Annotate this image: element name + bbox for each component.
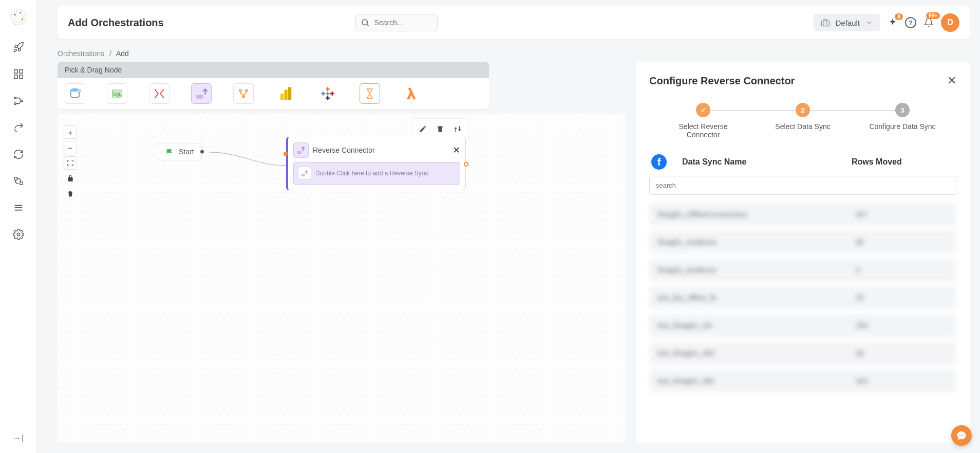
help-button[interactable]: ? xyxy=(905,17,916,28)
svg-point-22 xyxy=(78,89,81,92)
data-sync-row[interactable]: Reaghn_Audience3 xyxy=(649,259,956,281)
data-sync-search-input[interactable] xyxy=(649,176,956,195)
chat-button[interactable] xyxy=(951,425,972,446)
palette-node-sql[interactable]: SQL xyxy=(107,83,127,104)
nav-pipeline-icon[interactable] xyxy=(12,95,25,107)
sync-name: Reaghn_OfflineConversions xyxy=(657,210,856,219)
svg-text:SQL: SQL xyxy=(113,92,122,97)
header: Add Orchestrations Default 8 ? xyxy=(58,6,970,39)
sync-rows-moved: 80 xyxy=(856,238,948,246)
sync-rows-moved: 343 xyxy=(856,377,948,385)
sparkle-badge: 8 xyxy=(895,13,903,20)
lock-button[interactable] xyxy=(64,172,77,185)
palette-node-lambda[interactable] xyxy=(402,83,422,104)
app-logo[interactable] xyxy=(9,8,28,27)
notifications-button[interactable]: 99+ xyxy=(924,17,934,28)
palette-node-tableau[interactable] xyxy=(317,83,338,104)
breadcrumb: Orchestrations / Add xyxy=(58,49,970,58)
step-2-label: Select Data Sync xyxy=(775,122,830,131)
connector-close-button[interactable]: ✕ xyxy=(453,144,460,156)
step-1[interactable]: ✓ Select Reverse Connector xyxy=(665,103,742,139)
data-sync-row[interactable]: Reaghn_Audience80 xyxy=(649,231,956,253)
start-node[interactable]: Start xyxy=(158,143,202,160)
nav-orchestration-icon[interactable] xyxy=(12,175,25,187)
fit-view-button[interactable] xyxy=(64,156,77,170)
sync-name: test_Reaghn_ofn xyxy=(657,321,856,330)
delete-node-button[interactable] xyxy=(432,121,448,137)
nav-sync-icon[interactable] xyxy=(12,148,25,160)
nav-settings-icon[interactable] xyxy=(12,228,25,241)
connector-port-in[interactable] xyxy=(284,152,288,156)
svg-rect-30 xyxy=(280,94,284,100)
step-3-label: Configure Data Sync xyxy=(869,122,935,131)
chat-icon xyxy=(956,430,967,441)
breadcrumb-parent[interactable]: Orchestrations xyxy=(58,49,104,58)
col-header-rows: Rows Moved xyxy=(852,157,954,167)
svg-rect-32 xyxy=(288,87,291,100)
start-port-out[interactable] xyxy=(200,150,204,154)
palette-node-database[interactable] xyxy=(65,83,85,104)
breadcrumb-current: Add xyxy=(116,49,129,58)
step-2[interactable]: 2 Select Data Sync xyxy=(764,103,841,131)
briefcase-icon xyxy=(821,18,830,27)
data-sync-row[interactable]: Reaghn_OfflineConversions307 xyxy=(649,203,956,226)
svg-point-0 xyxy=(11,10,26,25)
ai-sparkle-button[interactable]: 8 xyxy=(888,17,898,28)
svg-point-3 xyxy=(21,19,23,21)
nav-rocket-icon[interactable] xyxy=(12,41,25,53)
svg-point-10 xyxy=(14,103,16,105)
swap-node-button[interactable] xyxy=(449,121,466,137)
svg-point-48 xyxy=(961,434,962,436)
sidebar-collapse-icon[interactable]: →| xyxy=(13,433,23,443)
connector-add-sync-area[interactable]: Double Click here to add a Reverse Sync. xyxy=(293,162,460,185)
palette-node-branch[interactable] xyxy=(233,83,254,104)
edge-start-to-connector xyxy=(210,145,292,171)
svg-point-28 xyxy=(246,89,248,92)
workspace-selector[interactable]: Default xyxy=(814,14,880,31)
delete-button[interactable] xyxy=(64,187,77,201)
sidebar-nav: →| xyxy=(0,0,37,453)
zoom-out-button[interactable]: − xyxy=(64,141,77,154)
reverse-connector-node[interactable]: Reverse Connector ✕ Double Click here to… xyxy=(286,137,466,190)
reverse-connector-icon xyxy=(293,142,309,158)
step-3-circle: 3 xyxy=(895,103,910,117)
nav-logs-icon[interactable] xyxy=(12,202,25,214)
node-palette: Pick & Drag Node SQL xyxy=(58,62,489,109)
user-avatar[interactable]: D xyxy=(941,13,959,32)
svg-rect-20 xyxy=(822,21,830,26)
stepper: ✓ Select Reverse Connector 2 Select Data… xyxy=(665,103,941,139)
palette-node-transform[interactable] xyxy=(149,83,169,104)
connector-title: Reverse Connector xyxy=(313,146,448,154)
sync-rows-moved: 3 xyxy=(856,266,948,274)
zoom-in-button[interactable]: + xyxy=(64,125,77,139)
edit-node-button[interactable] xyxy=(414,121,431,137)
chevron-down-icon xyxy=(865,19,873,27)
panel-close-button[interactable]: ✕ xyxy=(947,74,956,87)
sync-rows-moved: 56 xyxy=(856,349,948,357)
palette-node-wait[interactable] xyxy=(360,83,380,104)
nav-dashboard-icon[interactable] xyxy=(12,68,25,80)
svg-rect-45 xyxy=(301,174,305,176)
reverse-sync-icon xyxy=(298,167,311,180)
nav-transform-icon[interactable] xyxy=(12,121,25,134)
svg-rect-5 xyxy=(14,70,17,73)
svg-rect-43 xyxy=(297,151,301,154)
data-sync-row[interactable]: test_Reaghn_28456 xyxy=(649,342,956,365)
flag-icon xyxy=(165,148,174,156)
svg-point-4 xyxy=(20,12,21,14)
svg-rect-6 xyxy=(19,70,22,73)
connector-port-out[interactable] xyxy=(464,162,468,167)
sync-name: test_fea_offline_fb xyxy=(657,294,856,302)
svg-rect-25 xyxy=(196,95,203,99)
svg-point-18 xyxy=(362,20,368,25)
palette-node-powerbi[interactable] xyxy=(275,83,296,104)
svg-point-9 xyxy=(14,97,16,99)
data-sync-list: Reaghn_OfflineConversions307Reaghn_Audie… xyxy=(649,203,956,392)
palette-node-reverse[interactable] xyxy=(191,83,212,104)
data-sync-row[interactable]: test_fea_offline_fb29 xyxy=(649,286,956,309)
data-sync-row[interactable]: test_Reaghn_ofn293 xyxy=(649,314,956,337)
sync-name: test_Reaghn_365 xyxy=(657,377,856,385)
orchestration-canvas[interactable]: + − xyxy=(58,114,626,443)
data-sync-row[interactable]: test_Reaghn_365343 xyxy=(649,370,956,392)
step-3[interactable]: 3 Configure Data Sync xyxy=(864,103,941,131)
